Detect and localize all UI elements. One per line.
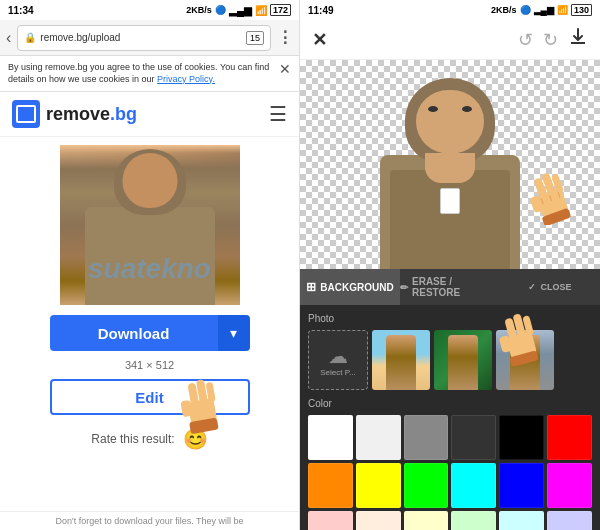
logo-icon: [12, 100, 40, 128]
privacy-policy-link[interactable]: Privacy Policy.: [157, 74, 215, 84]
select-photo-label: Select P...: [320, 368, 355, 377]
site-header: remove.bg ☰: [0, 92, 299, 137]
color-swatch-0[interactable]: [308, 415, 353, 460]
bottom-text: Don't forget to download your files. The…: [0, 511, 299, 530]
cookie-text: By using remove.bg you agree to the use …: [8, 62, 273, 85]
select-photo-button[interactable]: ☁ Select P...: [308, 330, 368, 390]
signal-icon-r: ▂▄▆: [534, 5, 554, 15]
color-section: Color: [308, 398, 592, 530]
color-swatch-5[interactable]: [547, 415, 592, 460]
browser-menu-button[interactable]: ⋮: [277, 28, 293, 47]
color-swatch-11[interactable]: [547, 463, 592, 508]
right-toolbar: ✕ ↺ ↻: [300, 20, 600, 60]
bluetooth-icon: 🔵: [215, 5, 226, 15]
data-speed-right: 2KB/s: [491, 5, 517, 15]
thumb-3-bg: [496, 330, 554, 390]
cutout-person: [370, 70, 530, 269]
toolbar-right: ↺ ↻: [518, 27, 588, 52]
torso: [85, 207, 215, 305]
photo-section: Photo ☁ Select P...: [308, 313, 592, 390]
undo-button[interactable]: ↺: [518, 29, 533, 51]
main-preview-area: [300, 60, 600, 269]
color-swatch-12[interactable]: [308, 511, 353, 530]
close-button[interactable]: ✕: [312, 29, 327, 51]
photo-thumb-1[interactable]: [372, 330, 430, 390]
download-area: Download ▾ 341 × 512 Edit Rate this resu…: [0, 305, 299, 465]
hamburger-menu[interactable]: ☰: [269, 102, 287, 126]
cookie-banner: By using remove.bg you agree to the use …: [0, 56, 299, 92]
status-icons-right: 2KB/s 🔵 ▂▄▆ 📶 130: [491, 4, 592, 16]
time-left: 11:34: [8, 5, 34, 16]
photo-thumb-2[interactable]: [434, 330, 492, 390]
color-swatch-4[interactable]: [499, 415, 544, 460]
data-speed-left: 2KB/s: [186, 5, 212, 15]
id-badge: [440, 188, 460, 214]
right-panel: 11:49 2KB/s 🔵 ▂▄▆ 📶 130 ✕ ↺ ↻: [300, 0, 600, 530]
color-swatch-1[interactable]: [356, 415, 401, 460]
preview-image: suatekno: [60, 145, 240, 305]
rating-area: Rate this result: 😊: [91, 423, 207, 455]
color-swatch-10[interactable]: [499, 463, 544, 508]
color-swatch-8[interactable]: [404, 463, 449, 508]
status-icons-left: 2KB/s 🔵 ▂▄▆ 📶 172: [186, 4, 291, 16]
color-swatch-3[interactable]: [451, 415, 496, 460]
logo: remove.bg: [12, 100, 137, 128]
thumb-2-bg: [434, 330, 492, 390]
eye-left: [428, 106, 438, 112]
color-swatch-15[interactable]: [451, 511, 496, 530]
color-swatch-13[interactable]: [356, 511, 401, 530]
color-swatch-14[interactable]: [404, 511, 449, 530]
tab-background-label: BACKGROUND: [320, 282, 393, 293]
color-swatch-9[interactable]: [451, 463, 496, 508]
back-button[interactable]: ‹: [6, 29, 11, 47]
person-preview: [370, 70, 530, 269]
toolbar-left: ✕: [312, 29, 327, 51]
signal-icon: ▂▄▆: [229, 5, 252, 16]
upload-icon: ☁: [328, 344, 348, 368]
layers-icon: ⊞: [306, 280, 316, 294]
neck-r: [425, 153, 475, 183]
rating-emoji[interactable]: 😊: [183, 427, 208, 451]
photo-label: Photo: [308, 313, 592, 324]
rate-label: Rate this result:: [91, 432, 174, 446]
thumb-1-bg: [372, 330, 430, 390]
image-size: 341 × 512: [125, 359, 174, 371]
time-right: 11:49: [308, 5, 334, 16]
tab-close[interactable]: ✓ CLOSE: [500, 269, 600, 305]
photo-thumb-3[interactable]: [496, 330, 554, 390]
face: [122, 153, 177, 208]
hand-cursor-right: [525, 165, 580, 229]
check-icon: ✓: [528, 282, 536, 292]
redo-button[interactable]: ↻: [543, 29, 558, 51]
edit-button[interactable]: Edit: [50, 379, 250, 415]
color-swatch-16[interactable]: [499, 511, 544, 530]
thumb-2-person: [448, 335, 478, 390]
url-text: remove.bg/upload: [40, 32, 242, 43]
download-icon-button[interactable]: [568, 27, 588, 52]
bottom-tabs: ⊞ BACKGROUND ✏ ERASE / RESTORE ✓ CLOSE: [300, 269, 600, 305]
tab-erase-restore[interactable]: ✏ ERASE / RESTORE: [400, 269, 500, 305]
status-bar-left: 11:34 2KB/s 🔵 ▂▄▆ 📶 172: [0, 0, 299, 20]
color-swatch-7[interactable]: [356, 463, 401, 508]
tab-close-label: CLOSE: [540, 282, 571, 292]
thumb-3-person: [510, 335, 540, 390]
download-dropdown-button[interactable]: ▾: [218, 315, 250, 351]
wifi-icon-r: 📶: [557, 5, 568, 15]
color-label: Color: [308, 398, 592, 409]
cookie-close-button[interactable]: ✕: [279, 62, 291, 76]
color-swatch-6[interactable]: [308, 463, 353, 508]
tab-count: 15: [246, 31, 264, 45]
battery-icon: 172: [270, 4, 291, 16]
checkered-background: [300, 60, 600, 269]
url-bar[interactable]: 🔒 remove.bg/upload 15: [17, 25, 271, 51]
background-panel: Photo ☁ Select P...: [300, 305, 600, 530]
battery-icon-r: 130: [571, 4, 592, 16]
person-image: suatekno: [60, 145, 240, 305]
wifi-icon: 📶: [255, 5, 267, 16]
left-panel: 11:34 2KB/s 🔵 ▂▄▆ 📶 172 ‹ 🔒 remove.bg/up…: [0, 0, 300, 530]
color-swatch-17[interactable]: [547, 511, 592, 530]
status-bar-right: 11:49 2KB/s 🔵 ▂▄▆ 📶 130: [300, 0, 600, 20]
tab-background[interactable]: ⊞ BACKGROUND: [300, 269, 400, 305]
color-swatch-2[interactable]: [404, 415, 449, 460]
download-button[interactable]: Download: [50, 315, 218, 351]
